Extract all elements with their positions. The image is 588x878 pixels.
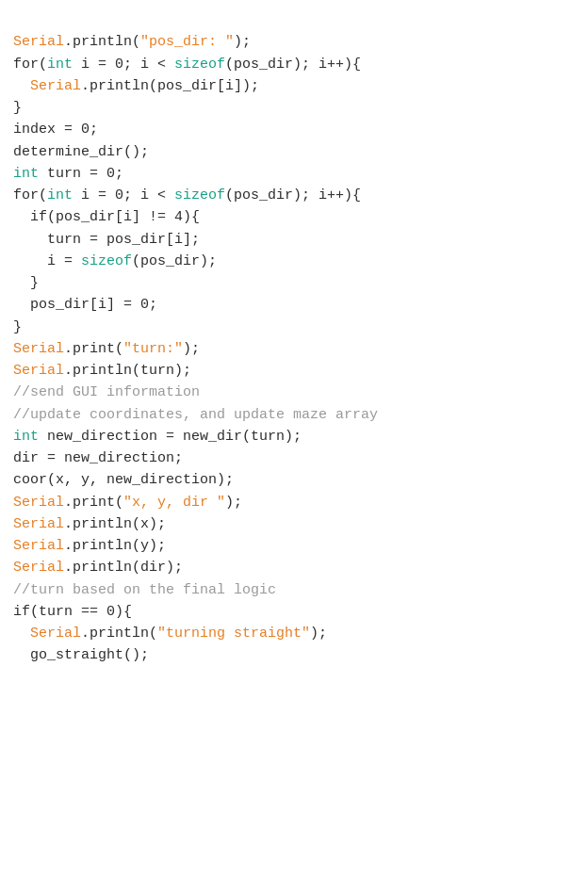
- code-line: pos_dir[i] = 0;: [13, 294, 575, 316]
- code-segment: }: [13, 319, 22, 335]
- code-segment: .println(x);: [64, 516, 166, 532]
- code-line: }: [13, 317, 575, 338]
- code-segment: //update coordinates, and update maze ar…: [13, 407, 378, 423]
- code-segment: .println(: [64, 34, 140, 50]
- code-line: Serial.println(turn);: [13, 360, 575, 382]
- code-segment: coor(x, y, new_direction);: [13, 472, 234, 488]
- code-line: Serial.println(pos_dir[i]);: [13, 75, 575, 97]
- code-segment: Serial: [13, 363, 64, 379]
- code-line: for(int i = 0; i < sizeof(pos_dir); i++)…: [13, 54, 575, 75]
- code-segment: sizeof: [81, 253, 132, 269]
- code-line: coor(x, y, new_direction);: [13, 469, 575, 491]
- code-line: dir = new_direction;: [13, 447, 575, 469]
- code-line: }: [13, 97, 575, 119]
- code-segment: }: [13, 275, 39, 291]
- code-segment: "turn:": [123, 341, 183, 357]
- code-segment: .println(dir);: [64, 560, 183, 576]
- code-segment: determine_dir();: [13, 144, 149, 160]
- code-segment: (pos_dir);: [132, 253, 217, 269]
- code-line: Serial.println("pos_dir: ");: [13, 31, 575, 53]
- code-segment: Serial: [30, 626, 81, 642]
- code-segment: if(pos_dir[i] != 4){: [13, 209, 200, 225]
- code-editor: Serial.println("pos_dir: ");for(int i = …: [13, 9, 575, 667]
- code-segment: );: [225, 495, 242, 511]
- code-segment: dir = new_direction;: [13, 450, 183, 466]
- code-segment: .println(: [81, 626, 157, 642]
- code-segment: pos_dir[i] = 0;: [13, 297, 157, 313]
- code-segment: (pos_dir); i++){: [225, 57, 361, 73]
- code-segment: new_direction = new_dir(turn);: [39, 429, 302, 445]
- code-segment: int: [13, 166, 39, 182]
- code-line: for(int i = 0; i < sizeof(pos_dir); i++)…: [13, 185, 575, 206]
- code-segment: int: [47, 57, 73, 73]
- code-segment: .print(: [64, 341, 123, 357]
- code-segment: "x, y, dir ": [123, 495, 225, 511]
- code-segment: i = 0; i <: [73, 57, 174, 73]
- code-segment: i =: [13, 253, 81, 269]
- code-line: turn = pos_dir[i];: [13, 229, 575, 251]
- code-line: go_straight();: [13, 644, 575, 666]
- code-line: //update coordinates, and update maze ar…: [13, 404, 575, 426]
- code-segment: int: [13, 429, 39, 445]
- code-line: Serial.print("x, y, dir ");: [13, 492, 575, 513]
- code-segment: );: [183, 341, 200, 357]
- code-segment: i = 0; i <: [73, 187, 174, 203]
- code-segment: );: [310, 626, 327, 642]
- code-segment: .println(y);: [64, 538, 166, 554]
- code-segment: "turning straight": [157, 626, 310, 642]
- code-segment: Serial: [13, 516, 64, 532]
- code-segment: [13, 78, 30, 94]
- code-line: Serial.println("turning straight");: [13, 623, 575, 644]
- code-line: i = sizeof(pos_dir);: [13, 251, 575, 272]
- code-segment: Serial: [30, 78, 81, 94]
- code-segment: Serial: [13, 495, 64, 511]
- code-segment: sizeof: [174, 187, 225, 203]
- code-segment: Serial: [13, 560, 64, 576]
- code-line: }: [13, 272, 575, 294]
- code-segment: );: [234, 34, 251, 50]
- code-line: //turn based on the final logic: [13, 579, 575, 601]
- code-segment: Serial: [13, 538, 64, 554]
- code-line: index = 0;: [13, 119, 575, 140]
- code-segment: for(: [13, 57, 47, 73]
- code-segment: turn = 0;: [39, 166, 123, 182]
- code-line: Serial.println(y);: [13, 535, 575, 557]
- code-segment: Serial: [13, 34, 64, 50]
- code-line: Serial.println(dir);: [13, 557, 575, 578]
- code-segment: turn = pos_dir[i];: [13, 232, 200, 248]
- code-segment: int: [47, 187, 73, 203]
- code-segment: for(: [13, 187, 47, 203]
- code-line: //send GUI information: [13, 382, 575, 403]
- code-line: int new_direction = new_dir(turn);: [13, 426, 575, 447]
- code-line: determine_dir();: [13, 141, 575, 163]
- code-segment: }: [13, 100, 22, 116]
- code-segment: [13, 626, 30, 642]
- code-line: Serial.print("turn:");: [13, 338, 575, 360]
- code-segment: (pos_dir); i++){: [225, 187, 361, 203]
- code-segment: .println(turn);: [64, 363, 191, 379]
- code-segment: sizeof: [174, 57, 225, 73]
- code-line: if(pos_dir[i] != 4){: [13, 206, 575, 228]
- code-segment: .println(pos_dir[i]);: [81, 78, 259, 94]
- code-segment: Serial: [13, 341, 64, 357]
- code-segment: "pos_dir: ": [140, 34, 234, 50]
- code-line: if(turn == 0){: [13, 601, 575, 623]
- code-segment: if(turn == 0){: [13, 604, 132, 620]
- code-segment: //turn based on the final logic: [13, 582, 276, 598]
- code-line: int turn = 0;: [13, 163, 575, 185]
- code-segment: index = 0;: [13, 122, 98, 138]
- code-segment: //send GUI information: [13, 384, 200, 400]
- code-segment: go_straight();: [13, 647, 149, 663]
- code-segment: .print(: [64, 495, 123, 511]
- code-line: Serial.println(x);: [13, 513, 575, 535]
